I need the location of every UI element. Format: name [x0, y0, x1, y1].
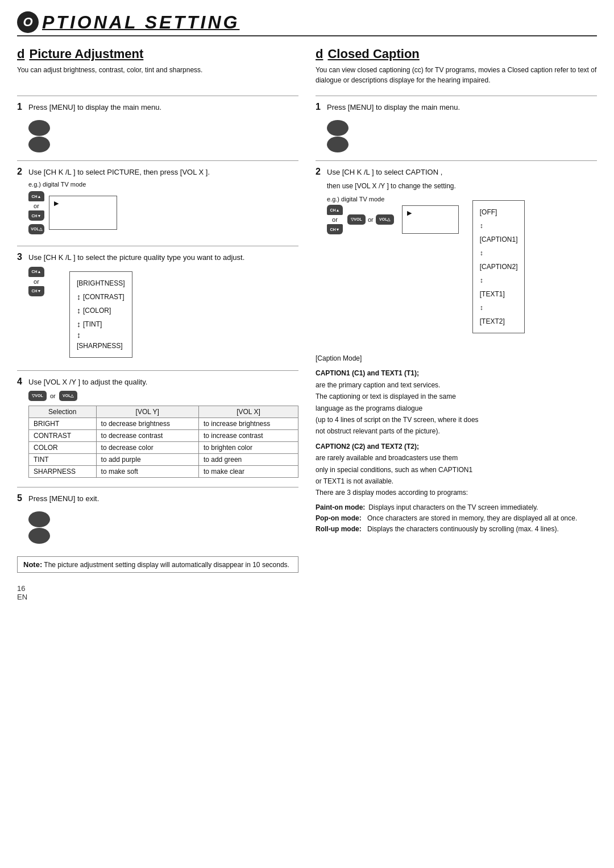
page-footer: 16 EN: [17, 584, 597, 601]
caption-list: [OFF] ↕ [CAPTION1] ↕ [CAPTION2] ↕ [TEXT1…: [472, 200, 525, 333]
step-5-text: Press [MENU] to exit.: [28, 493, 298, 505]
left-section-title: d Picture Adjustment: [17, 47, 298, 61]
left-section: d Picture Adjustment You can adjust brig…: [17, 47, 298, 573]
ch-vol-cluster: CH▲ or CH▼ VOL△ ▶: [28, 191, 117, 234]
table-header-selection: Selection: [29, 406, 97, 418]
table-row: COLOR to decrease color to brighten colo…: [29, 442, 298, 454]
caption-mode-title: [Caption Mode]: [316, 353, 597, 364]
right-section-desc: You can view closed captioning (cc) for …: [316, 65, 597, 88]
r-step-2-text2: then use [VOL X /Y ] to change the setti…: [327, 181, 597, 191]
note-box: Note: The picture adjustment setting dis…: [17, 556, 298, 573]
table-header-voly: [VOL Y]: [96, 406, 198, 418]
step-2-text: Use [CH K /L ] to select PICTURE, then p…: [28, 167, 298, 178]
roll-up-mode: Roll-up mode: Displays the characters co…: [316, 524, 597, 535]
step-2-sublabel: e.g.) digital TV mode: [28, 181, 117, 188]
menu-exit-button: [28, 511, 50, 544]
table-row: CONTRAST to decrease contrast to increas…: [29, 430, 298, 442]
r-step-1: 1 Press [MENU] to display the main menu.: [316, 96, 597, 160]
page-number: 16: [17, 584, 25, 593]
right-section-title: d Closed Caption: [316, 47, 597, 61]
menu-button: [28, 120, 50, 152]
vol-button: VOL△: [28, 224, 44, 234]
lang-label: EN: [17, 593, 27, 601]
ch-up-button: CH▲: [28, 191, 44, 201]
quality-table: Selection [VOL Y] [VOL X] BRIGHT to decr…: [28, 406, 298, 478]
r-step-2-text: Use [CH K /L ] to select CAPTION ,: [327, 167, 597, 178]
note-text: The picture adjustment setting display w…: [44, 561, 289, 569]
header-circle-icon: O: [17, 11, 39, 33]
page-title: PTIONAL SETTING: [42, 12, 239, 33]
r-step-2-sublabel: e.g.) digital TV mode: [327, 196, 459, 202]
table-row: BRIGHT to decrease brightness to increas…: [29, 418, 298, 430]
step-2: 2 Use [CH K /L ] to select PICTURE, then…: [17, 160, 298, 246]
r-step-2: 2 Use [CH K /L ] to select CAPTION , the…: [316, 160, 597, 348]
paint-on-mode: Paint-on mode: Displays input characters…: [316, 502, 597, 513]
step-3-ch-buttons: CH▲ or CH▼: [28, 267, 44, 296]
caption2-heading: CAPTION2 (C2) and TEXT2 (T2); are rarely…: [316, 441, 597, 499]
page-header: O PTIONAL SETTING: [17, 11, 597, 36]
table-row: TINT to add purple to add green: [29, 454, 298, 466]
ch-down-button: CH▼: [28, 210, 44, 221]
settings-list: [BRIGHTNESS] ↕[CONTRAST] ↕[COLOR] ↕[TINT…: [69, 271, 132, 358]
note-title: Note:: [23, 560, 42, 569]
menu-box: ▶: [49, 196, 117, 230]
step-3-text: Use [CH K /L ] to select the picture qua…: [28, 252, 298, 263]
r-menu-button: [327, 120, 349, 152]
left-section-desc: You can adjust brightness, contrast, col…: [17, 65, 298, 88]
step-3: 3 Use [CH K /L ] to select the picture q…: [17, 246, 298, 370]
r-step-1-text: Press [MENU] to display the main menu.: [327, 102, 597, 113]
r-ch-group: CH▲ or CH▼: [327, 205, 343, 234]
header-circle-letter: O: [23, 16, 32, 28]
step-1-text: Press [MENU] to display the main menu.: [28, 102, 298, 113]
step-5: 5 Press [MENU] to exit.: [17, 487, 298, 552]
caption1-heading: CAPTION1 (C1) and TEXT1 (T1); are the pr…: [316, 367, 597, 437]
step-4: 4 Use [VOL X /Y ] to adjust the quality.…: [17, 370, 298, 487]
caption-mode-block: [Caption Mode] CAPTION1 (C1) and TEXT1 (…: [316, 353, 597, 535]
r-menu-box: ▶: [402, 205, 459, 234]
pop-on-mode: Pop-on mode: Once characters are stored …: [316, 513, 597, 524]
table-row: SHARPNESS to make soft to make clear: [29, 466, 298, 478]
main-columns: d Picture Adjustment You can adjust brig…: [17, 47, 597, 573]
step-4-text: Use [VOL X /Y ] to adjust the quality.: [28, 377, 298, 388]
step-1: 1 Press [MENU] to display the main menu.: [17, 96, 298, 160]
right-section: d Closed Caption You can view closed cap…: [316, 47, 597, 573]
table-header-volx: [VOL X]: [198, 406, 298, 418]
vol-cluster: ▽VOL or VOL△: [28, 391, 298, 401]
